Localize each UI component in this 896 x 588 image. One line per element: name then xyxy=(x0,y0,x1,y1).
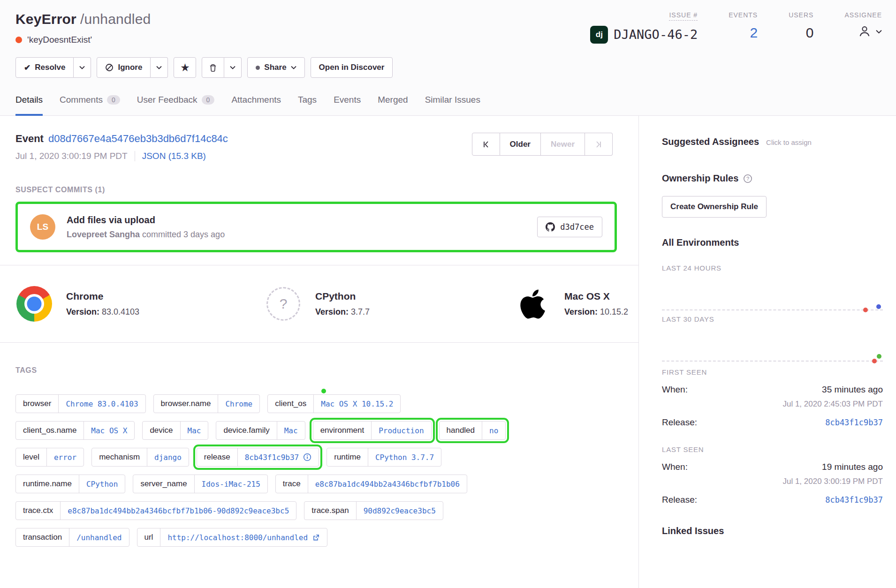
delete-dropdown-button[interactable] xyxy=(224,57,242,78)
tag-handled: handledno xyxy=(439,421,506,440)
info-icon[interactable] xyxy=(303,453,311,461)
tag-value-link[interactable]: Mac OS X xyxy=(84,422,134,439)
tag-value-link[interactable]: Chrome 83.0.4103 xyxy=(58,395,145,413)
tab-comments[interactable]: Comments0 xyxy=(60,95,120,116)
context-icon-box xyxy=(15,286,53,322)
tab-count-badge: 0 xyxy=(202,95,215,105)
issue-culprit-text: 'keyDoesntExist' xyxy=(27,35,92,45)
tab-user-feedback[interactable]: User Feedback0 xyxy=(137,95,215,116)
skip-to-newest-icon xyxy=(595,141,602,148)
tab-events[interactable]: Events xyxy=(334,95,361,116)
help-icon[interactable]: ? xyxy=(743,174,752,183)
external-link-icon[interactable] xyxy=(312,534,320,542)
resolve-dropdown-button[interactable] xyxy=(74,57,91,78)
last-24-hours-label: LAST 24 HOURS xyxy=(662,264,883,272)
tag-value-link[interactable]: CPython 3.7.7 xyxy=(368,448,441,466)
newest-event-button[interactable] xyxy=(585,133,613,156)
tag-key: trace.ctx xyxy=(16,502,60,520)
older-event-button[interactable]: Older xyxy=(500,133,541,156)
tag-value-text: Chrome xyxy=(225,400,252,408)
tag-value-link[interactable]: 90d892c9eace3bc5 xyxy=(356,502,443,520)
event-id-link[interactable]: d08d7667e4a5476eb3b3db6d7f14c84c xyxy=(48,133,228,144)
events-count[interactable]: 2 xyxy=(750,24,758,42)
context-version: Version: 10.15.2 xyxy=(564,307,628,317)
tag-value-link[interactable]: Idos-iMac-215 xyxy=(194,475,267,493)
tag-value-link[interactable]: django xyxy=(147,448,189,466)
tag-value-link[interactable]: CPython xyxy=(79,475,125,493)
tab-label: Merged xyxy=(378,95,408,105)
commit-sha-button[interactable]: d3d7cee xyxy=(537,217,602,237)
tag-mechanism: mechanismdjango xyxy=(91,448,189,467)
action-toolbar: ✔ Resolve Ignore ★ xyxy=(15,57,882,78)
tag-row: transaction/unhandledurlhttp://localhost… xyxy=(15,528,617,547)
tag-trace-span: trace.span90d892c9eace3bc5 xyxy=(304,501,443,520)
tab-tags[interactable]: Tags xyxy=(298,95,317,116)
tag-value-link[interactable]: error xyxy=(46,448,84,466)
bookmark-button[interactable]: ★ xyxy=(174,57,196,78)
ignore-dropdown-button[interactable] xyxy=(151,57,168,78)
tag-device: deviceMac xyxy=(142,421,208,440)
delete-button[interactable] xyxy=(202,57,224,78)
tag-row: trace.ctxe8c87ba1dc494bb2a4346bcfbf7b1b0… xyxy=(15,501,617,520)
last-seen-release-link[interactable]: 8cb43f1c9b37 xyxy=(825,495,883,505)
tag-value-link[interactable]: Mac xyxy=(180,422,208,439)
title-block: KeyError/unhandled 'keyDoesntExist' xyxy=(15,11,151,45)
stat-events: EVENTS 2 xyxy=(729,11,758,42)
oldest-event-button[interactable] xyxy=(472,133,500,156)
share-button[interactable]: Share xyxy=(247,57,304,78)
event-date: Jul 1, 2020 3:00:19 PM PDT xyxy=(15,151,128,161)
tag-value-link[interactable]: /unhandled xyxy=(69,528,129,546)
ignore-button[interactable]: Ignore xyxy=(97,57,151,78)
tab-similar-issues[interactable]: Similar Issues xyxy=(425,95,480,116)
tag-value-link[interactable]: Mac xyxy=(277,422,305,439)
commit-when: committed 3 days ago xyxy=(140,230,225,239)
context-name: Chrome xyxy=(66,291,139,302)
context-version-value: 3.7.7 xyxy=(351,307,370,317)
share-button-label: Share xyxy=(264,63,286,72)
tag-environment: environmentProduction xyxy=(313,421,432,440)
context-cpython: ?CPythonVersion: 3.7.7 xyxy=(265,286,514,322)
tag-value-link[interactable]: e8c87ba1dc494bb2a4346bcfbf7b1b06-90d892c… xyxy=(60,502,296,520)
tab-details[interactable]: Details xyxy=(15,95,43,116)
tag-url: urlhttp://localhost:8000/unhandled xyxy=(137,528,328,547)
first-seen-release-link[interactable]: 8cb43f1c9b37 xyxy=(825,418,883,427)
tag-value-link[interactable]: no xyxy=(482,422,505,439)
tag-value-link[interactable]: e8c87ba1dc494bb2a4346bcfbf7b1b06 xyxy=(308,475,467,493)
tag-value-link[interactable]: 8cb43f1c9b37 xyxy=(237,448,319,466)
tag-value-text: CPython 3.7.7 xyxy=(375,453,434,462)
assignee-selector[interactable] xyxy=(857,24,882,39)
issue-number-label: ISSUE # xyxy=(669,11,698,21)
apple-icon xyxy=(519,287,546,320)
share-dot-icon xyxy=(256,66,260,70)
context-version-value: 10.15.2 xyxy=(600,307,628,317)
tag-value-link[interactable]: Mac OS X 10.15.2 xyxy=(313,395,400,413)
resolve-button[interactable]: ✔ Resolve xyxy=(15,57,74,78)
newer-event-button[interactable]: Newer xyxy=(541,133,585,156)
users-count[interactable]: 0 xyxy=(806,24,814,42)
tab-count-badge: 0 xyxy=(107,95,120,105)
tab-merged[interactable]: Merged xyxy=(378,95,408,116)
tab-attachments[interactable]: Attachments xyxy=(231,95,281,116)
chevron-down-icon xyxy=(230,66,235,69)
tag-value-link[interactable]: http://localhost:8000/unhandled xyxy=(160,528,327,546)
all-environments-title: All Environments xyxy=(662,237,883,248)
create-ownership-rule-button[interactable]: Create Ownership Rule xyxy=(662,196,767,218)
tag-key: device.family xyxy=(216,422,276,439)
tag-value-link[interactable]: Chrome xyxy=(218,395,259,413)
event-json-link[interactable]: JSON (15.3 KB) xyxy=(135,151,206,161)
tag-value-text: Mac OS X 10.15.2 xyxy=(321,400,393,408)
context-version-label: Version: xyxy=(564,307,598,317)
chevron-down-icon xyxy=(876,30,882,34)
tag-key: mechanism xyxy=(92,448,147,466)
tag-value-text: e8c87ba1dc494bb2a4346bcfbf7b1b06-90d892c… xyxy=(68,506,289,515)
tag-value-text: no xyxy=(489,426,498,435)
ignore-button-label: Ignore xyxy=(118,63,142,72)
tag-value-link[interactable]: Production xyxy=(371,422,431,439)
tab-label: Attachments xyxy=(231,95,281,105)
commit-author-avatar: LS xyxy=(30,214,55,240)
when-label: When: xyxy=(662,384,688,395)
open-in-discover-button[interactable]: Open in Discover xyxy=(311,57,393,78)
tag-key: trace.span xyxy=(304,502,356,520)
tag-value-text: 90d892c9eace3bc5 xyxy=(364,506,436,515)
sidebar: Suggested Assignees Click to assign Owne… xyxy=(639,116,896,588)
